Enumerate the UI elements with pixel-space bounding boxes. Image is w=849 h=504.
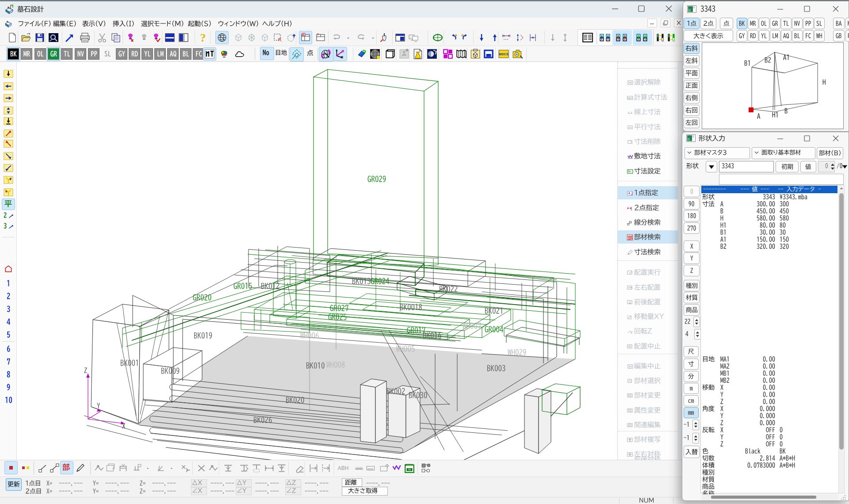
svg-text:ABH: ABH bbox=[627, 97, 633, 99]
svg-text:ABH: ABH bbox=[338, 465, 348, 471]
svg-text:?: ? bbox=[200, 32, 206, 43]
svg-text:IIII: IIII bbox=[408, 468, 411, 471]
svg-text:MDCS: MDCS bbox=[499, 52, 509, 56]
